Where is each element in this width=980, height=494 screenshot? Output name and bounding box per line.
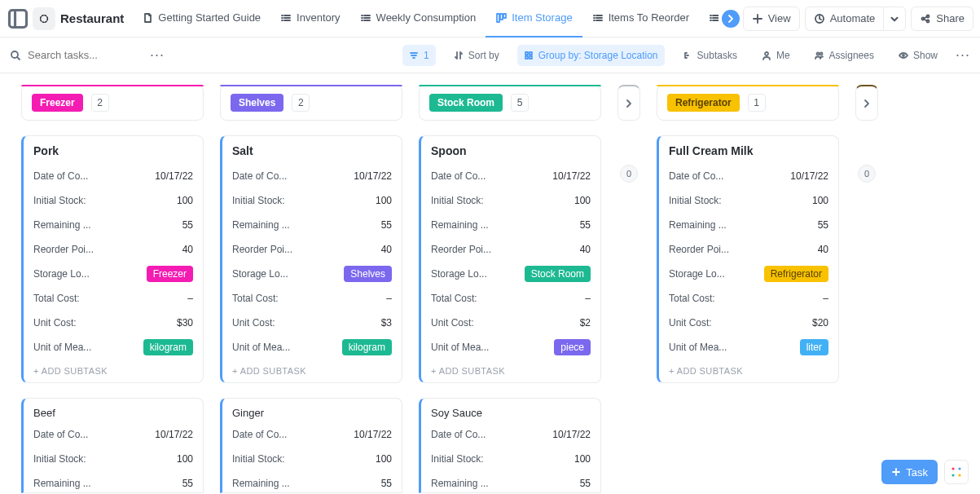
field-label: Total Cost: — [431, 293, 477, 304]
board-column: Stock Room 5Spoon Date of Co... 10/17/22… — [419, 85, 601, 494]
add-subtask-button[interactable]: + ADD SUBTASK — [232, 366, 392, 376]
add-subtask-button[interactable]: + ADD SUBTASK — [669, 366, 828, 376]
field-row: Unit of Mea... liter — [669, 338, 828, 356]
automate-button[interactable]: Automate — [805, 7, 884, 31]
group-header[interactable]: Freezer 2 — [21, 85, 204, 121]
field-tag: Shelves — [344, 266, 392, 282]
more-options-icon[interactable]: ··· — [150, 46, 165, 64]
tab-weekly-consumption[interactable]: Weekly Consumption — [350, 0, 486, 37]
field-value: 10/17/22 — [552, 429, 591, 440]
group-count: 2 — [292, 94, 310, 112]
field-row: Initial Stock: 100 — [669, 192, 828, 210]
tab-label: Item Storage — [512, 11, 572, 24]
svg-rect-43 — [525, 52, 528, 55]
group-by-button[interactable]: Group by: Storage Location — [517, 45, 665, 66]
field-value: 10/17/22 — [155, 429, 193, 440]
expand-column-button[interactable] — [617, 85, 640, 121]
add-subtask-button[interactable]: + ADD SUBTASK — [33, 366, 193, 376]
card-title: Full Cream Milk — [669, 144, 828, 157]
group-header[interactable]: Stock Room 5 — [419, 85, 601, 121]
svg-line-37 — [924, 19, 927, 20]
svg-rect-17 — [503, 14, 506, 18]
field-row: Unit Cost: $20 — [669, 314, 828, 332]
field-label: Date of Co... — [431, 170, 486, 182]
group-header[interactable]: Shelves 2 — [220, 85, 402, 121]
field-value: 100 — [812, 195, 828, 206]
add-subtask-button[interactable]: + ADD SUBTASK — [431, 366, 591, 376]
new-task-button[interactable]: Task — [881, 460, 938, 484]
search-input[interactable] — [28, 49, 142, 61]
field-row: Reorder Poi... 40 — [232, 240, 392, 258]
tab-ou[interactable]: Ou — [699, 0, 719, 37]
tab-inventory[interactable]: Inventory — [270, 0, 349, 37]
tab-item-storage[interactable]: Item Storage — [486, 0, 582, 37]
search-tasks[interactable] — [10, 49, 142, 61]
svg-rect-0 — [10, 10, 27, 27]
field-label: Storage Lo... — [669, 268, 725, 280]
automate-dropdown[interactable] — [883, 7, 906, 31]
show-button[interactable]: Show — [892, 45, 944, 66]
tab-label: Items To Reorder — [609, 11, 689, 24]
field-row: Total Cost: – — [669, 289, 828, 307]
collapse-sidebar-icon[interactable] — [7, 7, 29, 30]
expand-column-button[interactable] — [855, 85, 878, 121]
task-card[interactable]: Pork Date of Co... 10/17/22 Initial Stoc… — [21, 135, 204, 383]
field-tag: Freezer — [147, 266, 193, 282]
task-card[interactable]: Full Cream Milk Date of Co... 10/17/22 I… — [657, 135, 839, 383]
tab-items-to-reorder[interactable]: Items To Reorder — [582, 0, 699, 37]
share-button[interactable]: Share — [911, 7, 973, 31]
group-count: 1 — [748, 94, 766, 112]
field-label: Total Cost: — [669, 293, 715, 304]
field-row: Remaining ... 55 — [33, 474, 193, 492]
workspace-name[interactable]: Restaurant — [60, 11, 124, 25]
field-value: 40 — [818, 244, 828, 255]
svg-point-2 — [41, 15, 48, 22]
assignees-button[interactable]: Assignees — [808, 45, 881, 66]
field-value: 10/17/22 — [155, 170, 193, 182]
field-label: Reorder Poi... — [669, 244, 729, 255]
scroll-tabs-right[interactable] — [722, 10, 740, 28]
task-card[interactable]: Salt Date of Co... 10/17/22 Initial Stoc… — [220, 135, 402, 383]
field-row: Storage Lo... Freezer — [33, 265, 193, 283]
add-view-button[interactable]: View — [743, 7, 800, 31]
field-row: Reorder Poi... 40 — [33, 240, 193, 258]
card-title: Ginger — [232, 407, 392, 419]
field-row: Remaining ... 55 — [33, 216, 193, 234]
me-filter-button[interactable]: Me — [755, 45, 797, 66]
card-title: Pork — [33, 144, 193, 157]
new-task-label: Task — [906, 466, 928, 479]
sort-icon — [454, 51, 464, 60]
field-value: 100 — [574, 453, 591, 465]
tab-getting-started-guide[interactable]: Getting Started Guide — [132, 0, 270, 37]
filter-count[interactable]: 1 — [402, 45, 436, 66]
field-label: Reorder Poi... — [431, 244, 491, 255]
field-label: Reorder Poi... — [33, 244, 94, 255]
field-label: Initial Stock: — [232, 195, 285, 206]
view-more-icon[interactable]: ··· — [956, 46, 970, 64]
subtasks-button[interactable]: Subtasks — [676, 45, 744, 66]
field-row: Date of Co... 10/17/22 — [669, 167, 828, 185]
field-label: Unit Cost: — [33, 317, 77, 329]
field-row: Date of Co... 10/17/22 — [431, 426, 591, 443]
svg-rect-46 — [530, 56, 532, 59]
card-title: Spoon — [431, 144, 591, 157]
svg-rect-15 — [497, 14, 499, 22]
grid-icon — [950, 465, 963, 479]
field-tag: kilogram — [342, 339, 392, 355]
field-value: 10/17/22 — [354, 429, 392, 440]
task-card[interactable]: Soy Sauce Date of Co... 10/17/22 Initial… — [419, 398, 601, 493]
workspace-icon[interactable] — [33, 7, 55, 30]
field-row: Total Cost: – — [232, 289, 392, 307]
field-value: 40 — [381, 244, 392, 255]
task-card[interactable]: Spoon Date of Co... 10/17/22 Initial Sto… — [419, 135, 601, 383]
group-header[interactable]: Refrigerator 1 — [657, 85, 839, 121]
group-count: 2 — [91, 94, 109, 112]
apps-button[interactable] — [944, 460, 969, 484]
task-card[interactable]: Beef Date of Co... 10/17/22 Initial Stoc… — [21, 398, 204, 493]
board-column: Refrigerator 1Full Cream Milk Date of Co… — [657, 85, 839, 494]
person-icon — [762, 51, 771, 60]
field-row: Unit Cost: $2 — [431, 314, 591, 332]
sort-by-button[interactable]: Sort by — [447, 45, 506, 66]
field-row: Initial Stock: 100 — [431, 192, 591, 210]
task-card[interactable]: Ginger Date of Co... 10/17/22 Initial St… — [220, 398, 402, 493]
